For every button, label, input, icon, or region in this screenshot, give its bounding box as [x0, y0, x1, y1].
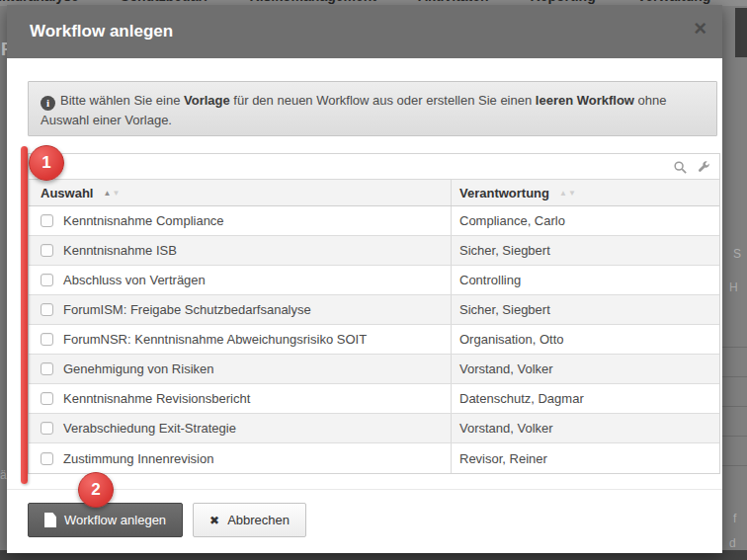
- table-row[interactable]: ForumNSR: Kenntnisnahme Abweichungsrisik…: [29, 325, 719, 355]
- document-icon: [44, 513, 56, 527]
- dialog-title: Workflow anlegen: [30, 22, 173, 41]
- chevron-down-icon: ▾: [84, 0, 89, 2]
- info-message: iBitte wählen Sie eine Vorlage für den n…: [28, 81, 717, 136]
- responsible-value: Organisation, Otto: [451, 325, 719, 354]
- table-toolbar: [29, 154, 719, 180]
- workflow-template-name: Kenntnisnahme Revisionsbericht: [63, 391, 250, 406]
- table-row[interactable]: Genehmigung von Risiken Vorstand, Volker: [29, 355, 719, 384]
- background-page-remnant: H: [729, 280, 738, 294]
- nav-item-risikomanagement[interactable]: Risikomanagement▾: [250, 0, 386, 4]
- dialog-footer: Workflow anlegen ✖ Abbrechen: [28, 503, 306, 537]
- workflow-template-name: Kenntnisnahme Compliance: [63, 213, 224, 228]
- cancel-button[interactable]: ✖ Abbrechen: [193, 503, 306, 537]
- column-header-auswahl[interactable]: Auswahl ▲▼: [29, 180, 451, 205]
- chevron-down-icon: ▾: [715, 0, 720, 2]
- row-checkbox[interactable]: [41, 274, 53, 286]
- background-page-remnant: ä: [0, 468, 7, 482]
- background-page-remnant: S: [733, 247, 741, 261]
- workflow-template-name: Zustimmung Innenrevision: [63, 451, 213, 466]
- create-workflow-button[interactable]: Workflow anlegen: [28, 503, 183, 537]
- responsible-value: Revisor, Reiner: [451, 443, 719, 473]
- nav-item-verwaltung[interactable]: Verwaltung▾: [637, 0, 721, 4]
- column-header-verantwortung[interactable]: Verantwortung ▲▼: [451, 180, 719, 205]
- create-workflow-dialog: Workflow anlegen × iBitte wählen Sie ein…: [7, 5, 722, 553]
- workflow-template-name: Genehmigung von Risiken: [63, 361, 213, 376]
- responsible-value: Sicher, Siegbert: [451, 295, 719, 324]
- nav-item-aktivitaeten[interactable]: Aktivitäten▾: [418, 0, 499, 4]
- info-icon: i: [41, 96, 55, 111]
- chevron-down-icon: ▾: [601, 0, 606, 2]
- responsible-value: Sicher, Siegbert: [451, 236, 719, 265]
- table-row[interactable]: Abschluss von Verträgen Controlling: [29, 266, 719, 295]
- nav-item-strukturanalyse[interactable]: Strukturanalyse▾: [0, 0, 89, 4]
- row-checkbox[interactable]: [41, 452, 53, 465]
- background-page-remnant: [735, 8, 747, 57]
- table-row[interactable]: Kenntnisnahme Revisionsbericht Datenschu…: [29, 384, 719, 414]
- cancel-x-icon: ✖: [209, 514, 219, 527]
- annotation-step-2: 2: [78, 472, 114, 508]
- chevron-down-icon: ▾: [213, 0, 218, 2]
- template-table: Auswahl ▲▼ Verantwortung ▲▼ Kenntnisnahm…: [28, 153, 720, 474]
- table-search-input[interactable]: [29, 154, 719, 179]
- annotation-step-1: 1: [29, 145, 64, 181]
- row-checkbox[interactable]: [41, 362, 53, 375]
- search-icon[interactable]: [673, 160, 688, 175]
- background-page-remnant: d: [729, 536, 736, 550]
- table-row[interactable]: Kenntnisnahme Compliance Compliance, Car…: [29, 206, 719, 236]
- row-checkbox[interactable]: [41, 303, 53, 316]
- responsible-value: Compliance, Carlo: [451, 206, 719, 235]
- responsible-value: Vorstand, Volker: [451, 355, 719, 383]
- nav-item-schutzbedarf[interactable]: Schutzbedarf▾: [121, 0, 218, 4]
- chevron-down-icon: ▾: [381, 0, 386, 2]
- table-body: Kenntnisnahme Compliance Compliance, Car…: [29, 206, 719, 473]
- row-checkbox[interactable]: [41, 422, 53, 435]
- responsible-value: Vorstand, Volker: [451, 414, 719, 442]
- row-checkbox[interactable]: [41, 333, 53, 346]
- sort-icons: ▲▼: [559, 189, 577, 198]
- close-icon[interactable]: ×: [694, 18, 706, 40]
- workflow-template-name: Kenntnisnahme ISB: [63, 243, 177, 258]
- table-row[interactable]: Verabschiedung Exit-Strategie Vorstand, …: [29, 414, 719, 443]
- background-page-remnant: [722, 318, 747, 466]
- responsible-value: Datenschutz, Dagmar: [451, 384, 719, 413]
- workflow-template-name: ForumISM: Freigabe Schutzbedarfsanalyse: [63, 302, 311, 317]
- table-row[interactable]: Zustimmung Innenrevision Revisor, Reiner: [29, 443, 719, 473]
- chevron-down-icon: ▾: [494, 0, 499, 2]
- workflow-template-name: Verabschiedung Exit-Strategie: [63, 421, 236, 436]
- row-checkbox[interactable]: [41, 244, 53, 257]
- dialog-header: Workflow anlegen ×: [7, 5, 722, 58]
- workflow-template-name: Abschluss von Verträgen: [63, 273, 206, 287]
- responsible-value: Controlling: [451, 266, 719, 294]
- annotation-line: [21, 146, 28, 484]
- row-checkbox[interactable]: [41, 214, 53, 227]
- sort-icons: ▲▼: [103, 189, 121, 198]
- background-page-remnant: f: [733, 512, 736, 525]
- table-row[interactable]: Kenntnisnahme ISB Sicher, Siegbert: [29, 236, 719, 266]
- table-header-row: Auswahl ▲▼ Verantwortung ▲▼: [29, 180, 719, 206]
- nav-item-reporting[interactable]: Reporting▾: [531, 0, 606, 4]
- footer-divider: [7, 489, 722, 490]
- table-row[interactable]: ForumISM: Freigabe Schutzbedarfsanalyse …: [29, 295, 719, 325]
- row-checkbox[interactable]: [41, 392, 53, 405]
- workflow-template-name: ForumNSR: Kenntnisnahme Abweichungsrisik…: [63, 332, 367, 347]
- settings-wrench-icon[interactable]: [697, 160, 711, 175]
